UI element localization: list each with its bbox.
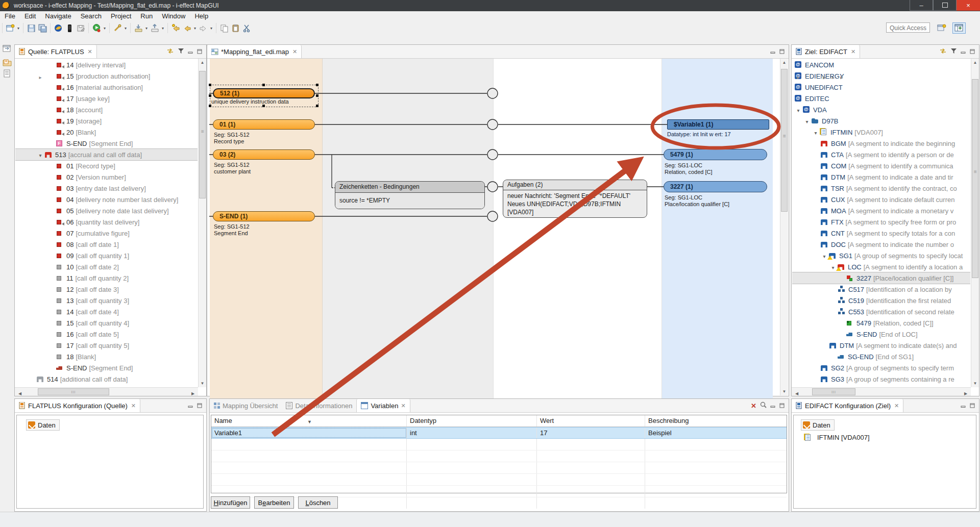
target-tree-vscrollbar[interactable]: ▲ ▼: [971, 59, 979, 387]
target-tree-hscrollbar[interactable]: ◀ ▶: [792, 387, 971, 396]
link-editor-icon[interactable]: [939, 48, 947, 56]
tree-item[interactable]: VDA: [792, 104, 970, 115]
tree-item[interactable]: CNT [A segment to specify totals for a c…: [792, 228, 970, 239]
close-window-button[interactable]: ×: [957, 0, 980, 11]
tree-item[interactable]: SG2 [A group of segments to specify term: [792, 362, 970, 373]
expander-arrow[interactable]: [829, 73, 837, 387]
forward-dropdown-icon[interactable]: ▾: [209, 26, 214, 31]
maximize-view-icon[interactable]: [970, 48, 975, 56]
tree-item[interactable]: EDIENERGY: [792, 70, 970, 82]
tree-item[interactable]: SG3 [A group of segments containing a re: [792, 373, 970, 385]
tree-item[interactable]: MOA [A segment to indicate a monetary v: [792, 205, 970, 216]
import-dropdown-icon[interactable]: ▾: [144, 26, 149, 31]
minimize-view-icon[interactable]: [770, 402, 776, 410]
maximize-view-icon[interactable]: [779, 402, 785, 410]
minimize-view-icon[interactable]: [961, 402, 966, 410]
scroll-down-icon[interactable]: ▼: [199, 381, 206, 386]
target-node-variable1[interactable]: $Variable1 (1): [667, 119, 769, 130]
paste-icon[interactable]: [230, 22, 241, 34]
filter-icon[interactable]: [178, 48, 184, 56]
source-node-03[interactable]: 03 (2): [213, 149, 315, 160]
minimize-view-icon[interactable]: [961, 48, 966, 56]
cell-name[interactable]: Variable1: [211, 428, 407, 438]
tree-item[interactable]: SG-END [End of SG1]: [792, 351, 970, 362]
delete-icon[interactable]: ✕: [751, 402, 756, 410]
column-header-wert[interactable]: Wert: [537, 415, 645, 426]
tree-item[interactable]: DTM [A segment to indicate a date and ti…: [792, 171, 970, 183]
restore-view-icon[interactable]: [3, 45, 12, 53]
new-dropdown-icon[interactable]: ▾: [16, 26, 21, 31]
tree-item[interactable]: CTA [A segment to identify a person or d…: [792, 149, 970, 160]
menu-item[interactable]: Navigate: [40, 11, 76, 21]
tab-detailinformationen[interactable]: Detailinformationen: [282, 399, 356, 412]
tree-item[interactable]: C517 [Identification of a location by: [792, 284, 970, 295]
scroll-right-icon[interactable]: ▶: [189, 390, 197, 398]
export-dropdown-icon[interactable]: ▾: [160, 26, 165, 31]
tree-item[interactable]: C553 [Identification of second relate: [792, 306, 970, 317]
close-tab-icon[interactable]: ✕: [894, 403, 899, 409]
hinzufuegen-button[interactable]: Hinzufügen: [211, 496, 250, 509]
loeschen-button[interactable]: Löschen: [298, 496, 338, 509]
close-tab-icon[interactable]: ✕: [292, 48, 297, 55]
tree-item[interactable]: COM [A segment to identify a communica: [792, 160, 970, 171]
key-dropdown-icon[interactable]: ▾: [123, 26, 128, 31]
tree-item[interactable]: LOC [A segment to identify a location a: [792, 261, 970, 272]
source-tree-hscrollbar[interactable]: ◀ ▶: [15, 387, 198, 396]
scroll-up-icon[interactable]: ▲: [971, 60, 979, 65]
import-icon[interactable]: [133, 22, 144, 34]
tree-item[interactable]: DTM [A segment to indicate date(s) and: [792, 340, 970, 351]
back-dropdown-icon[interactable]: ▾: [192, 26, 198, 31]
tab-mapping-uebersicht[interactable]: Mapping Übersicht: [210, 399, 282, 412]
target-node-5479[interactable]: 5479 (1): [664, 149, 767, 160]
minimize-view-icon[interactable]: [188, 48, 193, 56]
open-perspective-icon[interactable]: [935, 22, 948, 34]
menu-item[interactable]: Project: [106, 11, 136, 21]
tree-item[interactable]: C519 [Identification the first related: [792, 295, 970, 306]
tab-variablen[interactable]: Variablen ✕: [356, 399, 410, 412]
scroll-left-icon[interactable]: ◀: [793, 390, 801, 398]
copy-icon[interactable]: [218, 22, 230, 34]
expander-arrow[interactable]: [820, 73, 828, 387]
close-tab-icon[interactable]: ✕: [88, 48, 92, 55]
tree-item[interactable]: 514 [additional call off data]: [15, 373, 198, 385]
device-icon[interactable]: [64, 22, 75, 34]
iftmin-node[interactable]: IFTMIN [VDA007]: [804, 434, 870, 441]
run-icon[interactable]: [91, 22, 102, 34]
mapgui-perspective-icon[interactable]: [952, 22, 966, 34]
menu-item[interactable]: Help: [190, 11, 213, 21]
tree-item[interactable]: 3227 [Place/location qualifier [C]]: [792, 272, 970, 284]
tree-item[interactable]: SG1 [A group of segments to specify loca…: [792, 250, 970, 261]
tab-ziel-edifact[interactable]: Ziel: EDIFACT ✕: [792, 45, 860, 58]
source-node-send[interactable]: S-END (1): [213, 211, 315, 221]
scroll-right-icon[interactable]: ▶: [962, 390, 970, 398]
save-config-icon[interactable]: [75, 22, 86, 34]
column-header-datentyp[interactable]: Datentyp: [407, 415, 537, 426]
menu-item[interactable]: Window: [157, 11, 190, 21]
menu-item[interactable]: Search: [76, 11, 106, 21]
tree-item[interactable]: BGM [A segment to indicate the beginning: [792, 138, 970, 149]
tree-item[interactable]: D97B: [792, 115, 970, 127]
run-dropdown-icon[interactable]: ▾: [102, 26, 107, 31]
ieffect-globe-icon[interactable]: [53, 22, 64, 34]
expander-arrow[interactable]: [838, 73, 846, 387]
tree-item[interactable]: FTX [A segment to specify free form or p…: [792, 216, 970, 228]
tree-item[interactable]: UNEDIFACT: [792, 82, 970, 93]
scroll-down-icon[interactable]: ▼: [971, 381, 979, 386]
save-icon[interactable]: [26, 22, 37, 34]
expander-arrow[interactable]: [36, 73, 44, 387]
cell-wert[interactable]: 17: [537, 428, 645, 438]
tree-item[interactable]: TSR [A segment to identify the contract,…: [792, 183, 970, 194]
maximize-window-button[interactable]: [933, 0, 957, 11]
scroll-up-icon[interactable]: ▲: [780, 60, 788, 65]
source-node-01[interactable]: 01 (1): [213, 119, 315, 130]
minimized-folder-icon[interactable]: [3, 58, 12, 66]
cell-beschreibung[interactable]: Beispiel: [645, 428, 787, 438]
tree-item[interactable]: S-END [End of LOC]: [792, 329, 970, 340]
tab-quelle-flatplus[interactable]: Quelle: FLATPLUS ✕: [15, 45, 97, 58]
filter-icon[interactable]: [950, 48, 957, 56]
tree-item[interactable]: 14 [delivery interval]: [15, 59, 198, 70]
link-editor-icon[interactable]: [166, 48, 174, 56]
close-tab-icon[interactable]: ✕: [401, 403, 405, 409]
maximize-view-icon[interactable]: [197, 402, 203, 410]
back-icon[interactable]: [181, 22, 192, 34]
